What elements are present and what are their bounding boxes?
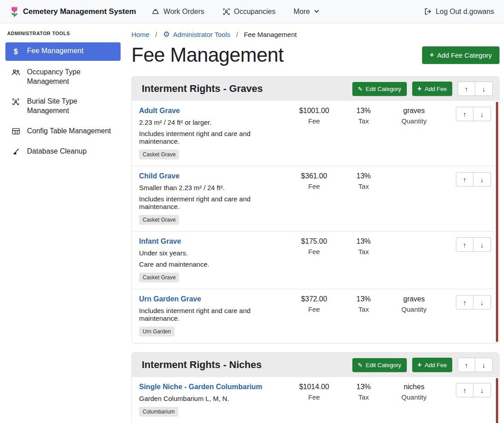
fee-amount-label: Fee <box>288 248 341 255</box>
main-content: Home / ⚙ Administrator Tools / Fee Manag… <box>126 23 504 423</box>
plus-icon: + <box>418 85 422 92</box>
category-title: Interment Rights - Graves <box>138 83 347 95</box>
sidebar: ADMINISTRATOR TOOLS $ Fee Management Occ… <box>0 23 126 423</box>
add-fee-label: Add Fee <box>425 86 447 92</box>
quantity-label: Quantity <box>387 393 441 401</box>
quantity-unit: niches <box>387 383 441 391</box>
fee-type-badge: Urn Garden <box>139 327 175 337</box>
fee-name-link[interactable]: Adult Grave <box>139 107 180 115</box>
person-frame-icon <box>222 8 230 16</box>
fee-category-card-graves: Interment Rights - Graves ✎ Edit Categor… <box>131 76 500 343</box>
sidebar-item-label: Burial Site Type Management <box>27 97 115 116</box>
move-fee-down-button[interactable]: ↓ <box>473 107 491 121</box>
fee-amount-cell: $361.00 Fee <box>288 172 341 225</box>
breadcrumb-admin-tools-link[interactable]: ⚙ Administrator Tools <box>163 31 230 38</box>
add-fee-button[interactable]: + Add Fee <box>412 82 453 96</box>
main-nav: Work Orders Occupancies More <box>151 7 318 16</box>
hard-hat-icon <box>151 7 160 16</box>
breadcrumb-home-link[interactable]: Home <box>131 31 149 38</box>
sidebar-item-occupancy-type-management[interactable]: Occupancy Type Management <box>5 64 121 91</box>
app-brand[interactable]: Cemetery Management System <box>10 5 136 18</box>
fee-amount-label: Fee <box>288 393 341 401</box>
sidebar-item-burial-site-type-management[interactable]: Burial Site Type Management <box>5 93 121 120</box>
fee-reorder-group: ↑ ↓ <box>456 107 491 121</box>
sidebar-item-database-cleanup[interactable]: Database Cleanup <box>5 143 121 160</box>
nav-item-more[interactable]: More <box>293 8 318 16</box>
move-category-down-button[interactable]: ↓ <box>475 358 493 372</box>
fee-amount: $372.00 <box>288 295 341 303</box>
quantity-cell: niches Quantity <box>387 383 441 417</box>
fee-details: Child Grave Smaller than 2.23 m² / 24 ft… <box>139 172 285 225</box>
add-fee-category-button[interactable]: + Add Fee Category <box>422 46 500 64</box>
table-icon <box>11 127 21 135</box>
tax-cell: 13% Tax <box>343 172 384 225</box>
nav-item-label: More <box>293 8 310 16</box>
fee-amount: $175.00 <box>288 237 341 246</box>
quantity-unit: graves <box>387 295 441 303</box>
card-scrollbar[interactable] <box>496 378 498 423</box>
move-fee-down-button[interactable]: ↓ <box>473 295 491 309</box>
tax-cell: 13% Tax <box>343 237 384 282</box>
fee-amount: $1014.00 <box>288 383 341 391</box>
move-fee-down-button[interactable]: ↓ <box>473 237 491 252</box>
fee-row-urn-garden-grave: Urn Garden Grave Includes interment righ… <box>132 289 495 343</box>
move-category-down-button[interactable]: ↓ <box>475 82 493 96</box>
sidebar-item-label: Database Cleanup <box>27 147 87 156</box>
quantity-label: Quantity <box>387 117 441 125</box>
move-fee-down-button[interactable]: ↓ <box>473 172 491 186</box>
add-fee-label: Add Fee <box>425 362 447 368</box>
fee-name-link[interactable]: Infant Grave <box>139 237 181 246</box>
tax-label: Tax <box>343 117 384 125</box>
breadcrumb: Home / ⚙ Administrator Tools / Fee Manag… <box>131 31 500 38</box>
tax-value: 13% <box>343 237 384 246</box>
fee-list: Single Niche - Garden Columbarium Garden… <box>132 377 499 423</box>
fee-description: Includes interment right and care and ma… <box>139 130 285 145</box>
fee-reorder-group: ↑ ↓ <box>456 383 491 397</box>
edit-category-button[interactable]: ✎ Edit Category <box>352 82 407 96</box>
logout-link[interactable]: Log Out d.gowans <box>423 7 494 16</box>
page-title: Fee Management <box>131 44 284 66</box>
tax-cell: 13% Tax <box>343 295 384 337</box>
move-fee-up-button[interactable]: ↑ <box>456 237 473 252</box>
fee-amount: $361.00 <box>288 172 341 180</box>
quantity-cell <box>387 237 441 282</box>
fee-type-badge: Casket Grave <box>139 273 179 282</box>
edit-category-label: Edit Category <box>366 86 401 92</box>
sidebar-item-config-table-management[interactable]: Config Table Management <box>5 123 121 140</box>
card-scrollbar[interactable] <box>496 102 498 342</box>
chevron-down-icon <box>314 9 319 13</box>
move-fee-up-button[interactable]: ↑ <box>456 107 473 121</box>
fee-description: Includes interment right and care and ma… <box>139 195 285 210</box>
move-fee-down-button[interactable]: ↓ <box>473 383 491 397</box>
tax-cell: 13% Tax <box>343 107 384 159</box>
fee-amount-label: Fee <box>288 117 341 125</box>
fee-row-child-grave: Child Grave Smaller than 2.23 m² / 24 ft… <box>132 166 495 231</box>
move-fee-up-button[interactable]: ↑ <box>456 172 473 186</box>
edit-category-button[interactable]: ✎ Edit Category <box>352 358 407 372</box>
fee-name-link[interactable]: Urn Garden Grave <box>139 295 201 303</box>
fee-name-link[interactable]: Child Grave <box>139 172 180 180</box>
fee-type-badge: Casket Grave <box>139 215 179 225</box>
tax-label: Tax <box>343 248 384 255</box>
tax-cell: 13% Tax <box>343 383 384 417</box>
nav-item-occupancies[interactable]: Occupancies <box>222 8 276 16</box>
sidebar-heading: ADMINISTRATOR TOOLS <box>7 31 119 36</box>
move-fee-up-button[interactable]: ↑ <box>456 383 473 397</box>
sidebar-item-fee-management[interactable]: $ Fee Management <box>5 42 121 61</box>
quantity-cell <box>387 172 441 225</box>
add-fee-button[interactable]: + Add Fee <box>412 358 453 372</box>
move-category-up-button[interactable]: ↑ <box>458 358 475 372</box>
add-fee-category-label: Add Fee Category <box>437 51 492 59</box>
tax-value: 13% <box>343 295 384 303</box>
tulip-logo-icon <box>10 5 19 18</box>
nav-item-work-orders[interactable]: Work Orders <box>151 7 204 16</box>
breadcrumb-separator: / <box>236 31 238 38</box>
move-fee-up-button[interactable]: ↑ <box>456 295 473 309</box>
fee-category-card-niches: Interment Rights - Niches ✎ Edit Categor… <box>131 352 500 423</box>
quantity-cell: graves Quantity <box>387 295 441 337</box>
tax-label: Tax <box>343 182 384 190</box>
fee-name-link[interactable]: Single Niche - Garden Columbarium <box>139 383 262 391</box>
move-category-up-button[interactable]: ↑ <box>458 82 475 96</box>
tax-value: 13% <box>343 383 384 391</box>
edit-category-label: Edit Category <box>366 362 401 368</box>
